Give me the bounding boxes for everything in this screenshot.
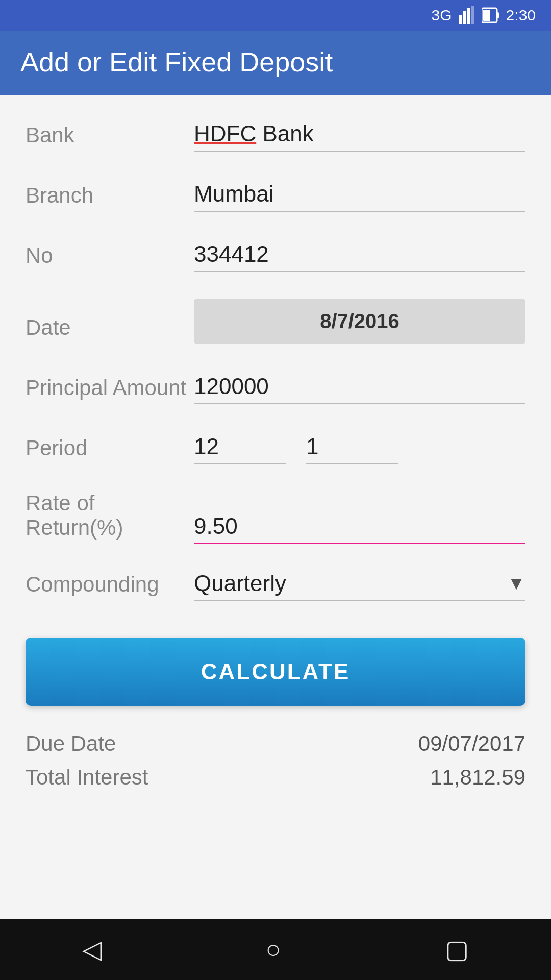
rate-row: Rate of Return(%) (20, 491, 531, 544)
bank-label: Bank (26, 123, 194, 152)
signal-icon (459, 6, 474, 24)
svg-rect-2 (467, 8, 470, 24)
compounding-label: Compounding (26, 572, 194, 601)
bank-hdfc-part: HDFC (194, 121, 256, 146)
date-row: Date 8/7/2016 (20, 299, 531, 344)
principal-label: Principal Amount (26, 376, 194, 404)
bank-row: Bank HDFC Bank (20, 121, 531, 152)
date-label: Date (26, 315, 194, 344)
back-button[interactable]: ◁ (82, 935, 102, 964)
due-date-label: Due Date (26, 731, 116, 756)
due-date-row: Due Date 09/07/2017 (26, 731, 525, 756)
total-interest-value: 11,812.59 (430, 765, 525, 790)
period-label: Period (26, 436, 194, 464)
bank-field-wrap: HDFC Bank (194, 121, 525, 152)
period-years-input[interactable] (306, 431, 398, 464)
date-picker-button[interactable]: 8/7/2016 (194, 299, 525, 344)
svg-rect-5 (497, 12, 499, 18)
compounding-select[interactable]: Annually Half Yearly Quarterly Monthly (194, 571, 507, 596)
principal-input[interactable] (194, 371, 525, 404)
total-interest-label: Total Interest (26, 765, 148, 790)
compounding-dropdown-wrap: Annually Half Yearly Quarterly Monthly ▼ (194, 571, 525, 601)
no-row: No (20, 238, 531, 272)
period-field-wrap (194, 431, 525, 464)
principal-field-wrap (194, 371, 525, 404)
branch-row: Branch (20, 178, 531, 212)
principal-row: Principal Amount (20, 371, 531, 404)
no-label: No (26, 243, 194, 272)
rate-input[interactable] (194, 510, 525, 544)
branch-label: Branch (26, 183, 194, 212)
home-button[interactable]: ○ (265, 935, 281, 964)
period-months-input[interactable] (194, 431, 286, 464)
rate-field-wrap (194, 510, 525, 544)
status-bar: 3G 2:30 (0, 0, 551, 31)
compounding-field-wrap: Annually Half Yearly Quarterly Monthly ▼ (194, 571, 525, 601)
period-row: Period (20, 431, 531, 464)
svg-rect-1 (463, 11, 466, 24)
form-content: Bank HDFC Bank Branch No Date 8/7/2016 P… (0, 95, 551, 919)
svg-rect-3 (471, 6, 474, 24)
due-date-value: 09/07/2017 (418, 731, 525, 756)
svg-rect-0 (459, 15, 462, 24)
rate-label: Rate of Return(%) (26, 491, 194, 544)
dropdown-arrow-icon: ▼ (507, 573, 525, 594)
results-section: Due Date 09/07/2017 Total Interest 11,81… (20, 721, 531, 809)
app-bar: Add or Edit Fixed Deposit (0, 31, 551, 95)
battery-icon (482, 6, 499, 24)
branch-input[interactable] (194, 178, 525, 212)
no-input[interactable] (194, 238, 525, 272)
time-display: 2:30 (506, 7, 536, 24)
compounding-row: Compounding Annually Half Yearly Quarter… (20, 571, 531, 601)
bank-value[interactable]: HDFC Bank (194, 121, 525, 152)
nav-bar: ◁ ○ ▢ (0, 919, 551, 980)
signal-indicator: 3G (432, 7, 452, 24)
total-interest-row: Total Interest 11,812.59 (26, 765, 525, 790)
branch-field-wrap (194, 178, 525, 212)
page-title: Add or Edit Fixed Deposit (20, 46, 333, 78)
calculate-button-row: CALCULATE (20, 627, 531, 721)
no-field-wrap (194, 238, 525, 272)
recents-button[interactable]: ▢ (445, 935, 469, 964)
calculate-button[interactable]: CALCULATE (26, 638, 525, 706)
date-field-wrap: 8/7/2016 (194, 299, 525, 344)
status-icons: 3G 2:30 (432, 6, 536, 24)
bank-rest-part: Bank (256, 121, 314, 146)
